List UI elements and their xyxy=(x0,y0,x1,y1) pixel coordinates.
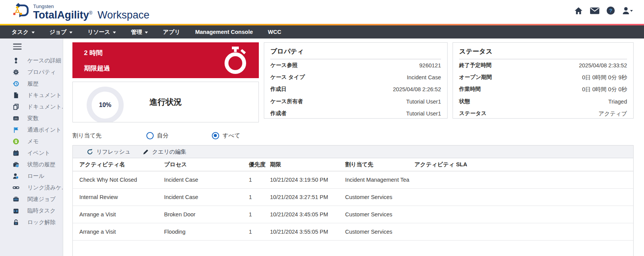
document-icon xyxy=(13,92,19,99)
case-sidebar: ケースの詳細 プロパティ 履歴 ドキュメント ドキュメント... (x) 変数 … xyxy=(0,38,63,256)
caret-down-icon xyxy=(113,32,116,33)
roles-icon xyxy=(13,173,19,179)
nav-resources[interactable]: リソース xyxy=(87,28,116,36)
cell-activity: Arrange a Visit xyxy=(73,229,164,235)
properties-panel: プロパティ ケース参照9260121 ケース タイプIncident Case … xyxy=(264,42,448,119)
unlock-icon xyxy=(13,219,19,226)
property-label: 作成日 xyxy=(270,86,287,93)
cell-due: 10/21/2024 3:27:51 PM xyxy=(270,194,345,200)
sidebar-item-case-details[interactable]: ケースの詳細 xyxy=(0,55,63,67)
cell-assignee: Customer Services xyxy=(345,211,410,218)
sidebar-item-label: 臨時タスク xyxy=(27,207,56,214)
brand-suite: Workspace xyxy=(97,9,149,21)
cell-assignee: Customer Services xyxy=(345,194,410,200)
user-menu-icon[interactable] xyxy=(622,7,633,15)
calendar-icon xyxy=(13,150,19,156)
sidebar-item-label: リンク済みケ... xyxy=(27,184,66,191)
registered-mark: ® xyxy=(89,10,92,16)
column-header[interactable]: 割り当て先 xyxy=(345,161,410,168)
sidebar-item-documents[interactable]: ドキュメント xyxy=(0,90,63,101)
column-header[interactable]: アクティビティ名 xyxy=(73,161,164,168)
cell-process: Incident Case xyxy=(164,177,249,183)
status-label: 終了予定時間 xyxy=(459,62,491,69)
cell-activity: Arrange a Visit xyxy=(73,211,164,218)
sidebar-item-linked-cases[interactable]: リンク済みケ... xyxy=(0,182,63,194)
edit-query-button[interactable]: クエリの編集 xyxy=(143,148,186,156)
table-row[interactable]: Arrange a Visit Broken Door 1 10/21/2024… xyxy=(73,206,633,223)
refresh-label: リフレッシュ xyxy=(96,148,131,156)
property-value: Incident Case xyxy=(407,74,441,80)
cell-sla xyxy=(410,189,633,206)
radio-label: 自分 xyxy=(157,132,169,139)
status-value: Triaged xyxy=(608,99,627,105)
cell-priority: 1 xyxy=(249,211,270,218)
cell-sla xyxy=(410,206,633,223)
overdue-banner: 2 時間 期限超過 xyxy=(72,42,259,78)
column-header[interactable]: プロセス xyxy=(164,161,249,168)
property-value: 9260121 xyxy=(419,62,441,69)
memo-icon xyxy=(13,138,19,145)
table-toolbar: リフレッシュ クエリの編集 xyxy=(73,146,633,158)
sidebar-item-unlock[interactable]: ロック解除 xyxy=(0,217,63,228)
sidebar-item-document-sets[interactable]: ドキュメント... xyxy=(0,101,63,113)
cell-assignee: Customer Services xyxy=(345,229,410,235)
mail-icon[interactable] xyxy=(590,7,600,15)
cell-assignee: Incident Management Tea xyxy=(345,177,410,183)
sidebar-item-variables[interactable]: (x) 変数 xyxy=(0,113,63,124)
cell-process: Incident Case xyxy=(164,194,249,200)
gear-icon xyxy=(13,69,19,75)
home-icon[interactable] xyxy=(574,7,583,15)
sidebar-item-label: ロール xyxy=(27,172,44,180)
brand-logo-block[interactable]: Tungsten TotalAgility® Workspace xyxy=(10,2,149,22)
table-row[interactable]: Arrange a Visit Flooding 1 10/21/2024 3:… xyxy=(73,223,633,241)
edit-query-label: クエリの編集 xyxy=(152,148,186,156)
sidebar-item-label: プロパティ xyxy=(27,69,56,76)
caret-down-icon xyxy=(145,32,148,33)
hamburger-menu-icon[interactable] xyxy=(13,44,22,50)
nav-tasks[interactable]: タスク xyxy=(12,28,35,36)
cell-due: 10/21/2024 3:19:50 PM xyxy=(270,177,345,183)
pencil-icon xyxy=(143,149,149,155)
table-row[interactable]: Internal Review Incident Case 1 10/21/20… xyxy=(73,189,633,206)
main-content: 2 時間 期限超過 10% 進行状況 プロパティ ケース参照9260121 ケー… xyxy=(63,38,644,256)
assignee-filter-label: 割り当て先 xyxy=(72,132,102,139)
status-value: 0日 0時間 0分 9秒 xyxy=(582,74,627,81)
sidebar-item-properties[interactable]: プロパティ xyxy=(0,67,63,78)
column-header[interactable]: アクティビティ SLA xyxy=(410,161,633,168)
status-label: 作業時間 xyxy=(459,86,481,93)
property-label: ケース参照 xyxy=(270,62,298,69)
radio-option-mine[interactable]: 自分 xyxy=(146,132,169,139)
sidebar-item-label: 通過ポイント xyxy=(27,126,61,134)
cell-due: 10/21/2024 3:45:05 PM xyxy=(270,211,345,218)
table-row[interactable]: Check Why Not Closed Incident Case 1 10/… xyxy=(73,171,633,189)
sidebar-item-label: 履歴 xyxy=(27,80,39,87)
totalagility-logo-icon xyxy=(10,2,30,22)
column-header[interactable]: 優先度 xyxy=(249,161,270,168)
sidebar-item-roles[interactable]: ロール xyxy=(0,171,63,182)
refresh-icon xyxy=(87,149,93,155)
nav-wcc[interactable]: WCC xyxy=(268,29,281,35)
status-panel: ステータス 終了予定時間2025/04/08 2:33:52 オープン期間0日 … xyxy=(453,42,634,119)
cell-sla xyxy=(410,171,633,188)
sidebar-item-events[interactable]: イベント xyxy=(0,147,63,159)
sidebar-item-adhoc-tasks[interactable]: 臨時タスク xyxy=(0,205,63,217)
sidebar-item-associated-jobs[interactable]: 関連ジョブ xyxy=(0,194,63,205)
sidebar-item-milestones[interactable]: 通過ポイント xyxy=(0,124,63,136)
sidebar-item-history[interactable]: 履歴 xyxy=(0,78,63,90)
radio-icon-selected[interactable] xyxy=(212,132,219,139)
caret-down-icon xyxy=(69,32,72,33)
help-icon[interactable]: ? xyxy=(606,6,615,15)
cell-priority: 1 xyxy=(249,177,270,183)
assignee-filter: 割り当て先 自分 すべて xyxy=(72,131,634,141)
sidebar-item-state-history[interactable]: 状態の履歴 xyxy=(0,159,63,171)
nav-admin[interactable]: 管理 xyxy=(131,28,148,36)
radio-option-all[interactable]: すべて xyxy=(212,132,240,139)
radio-icon[interactable] xyxy=(146,132,154,139)
nav-jobs[interactable]: ジョブ xyxy=(50,28,73,36)
nav-management-console[interactable]: Management Console xyxy=(195,29,253,35)
nav-apps[interactable]: アプリ xyxy=(163,28,180,36)
cell-activity: Internal Review xyxy=(73,194,164,200)
refresh-button[interactable]: リフレッシュ xyxy=(87,148,131,156)
sidebar-item-notes[interactable]: メモ xyxy=(0,136,63,147)
column-header[interactable]: 期限 xyxy=(270,161,345,168)
